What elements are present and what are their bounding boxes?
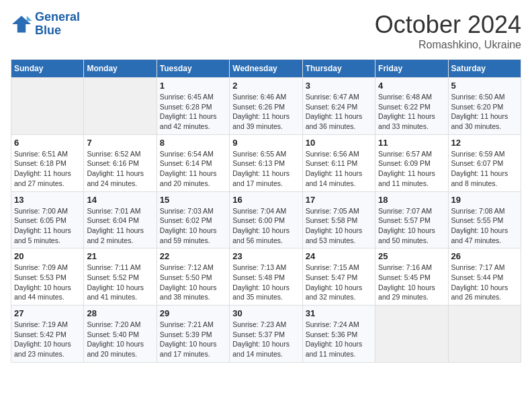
calendar-table: SundayMondayTuesdayWednesdayThursdayFrid… [11,59,521,363]
day-number: 12 [451,138,518,148]
calendar-cell: 21Sunrise: 7:11 AM Sunset: 5:52 PM Dayli… [84,248,157,306]
day-info: Sunrise: 7:11 AM Sunset: 5:52 PM Dayligh… [87,263,153,302]
day-number: 16 [232,195,299,205]
day-number: 30 [232,308,299,318]
day-number: 19 [451,195,518,205]
calendar-cell: 30Sunrise: 7:23 AM Sunset: 5:37 PM Dayli… [230,306,302,363]
day-number: 8 [160,138,226,148]
weekday-header: Tuesday [157,60,229,78]
calendar-cell: 10Sunrise: 6:56 AM Sunset: 6:11 PM Dayli… [302,134,375,191]
day-info: Sunrise: 6:52 AM Sunset: 6:16 PM Dayligh… [87,149,153,189]
day-info: Sunrise: 6:45 AM Sunset: 6:28 PM Dayligh… [160,92,226,132]
day-info: Sunrise: 7:12 AM Sunset: 5:50 PM Dayligh… [160,263,226,302]
day-info: Sunrise: 7:13 AM Sunset: 5:48 PM Dayligh… [232,263,299,302]
day-number: 4 [378,81,445,91]
day-number: 23 [232,251,299,261]
weekday-header: Saturday [448,60,521,78]
day-info: Sunrise: 6:50 AM Sunset: 6:20 PM Dayligh… [451,92,518,132]
calendar-header: SundayMondayTuesdayWednesdayThursdayFrid… [11,60,521,78]
calendar-cell: 4Sunrise: 6:48 AM Sunset: 6:22 PM Daylig… [375,78,448,135]
day-number: 18 [378,195,445,205]
calendar-cell [375,306,448,363]
calendar-cell: 29Sunrise: 7:21 AM Sunset: 5:39 PM Dayli… [157,306,229,363]
day-info: Sunrise: 7:01 AM Sunset: 6:04 PM Dayligh… [87,206,153,246]
calendar-cell: 25Sunrise: 7:16 AM Sunset: 5:45 PM Dayli… [375,248,448,306]
calendar-cell: 28Sunrise: 7:20 AM Sunset: 5:40 PM Dayli… [84,306,157,363]
weekday-header: Wednesday [230,60,302,78]
day-info: Sunrise: 7:21 AM Sunset: 5:39 PM Dayligh… [160,320,226,359]
calendar-cell: 31Sunrise: 7:24 AM Sunset: 5:36 PM Dayli… [302,306,375,363]
day-number: 10 [306,138,372,148]
calendar-cell: 15Sunrise: 7:03 AM Sunset: 6:02 PM Dayli… [157,191,229,248]
calendar-cell: 9Sunrise: 6:55 AM Sunset: 6:13 PM Daylig… [230,134,302,191]
calendar-cell: 11Sunrise: 6:57 AM Sunset: 6:09 PM Dayli… [375,134,448,191]
day-number: 15 [160,195,226,205]
day-number: 27 [14,308,81,318]
day-info: Sunrise: 7:23 AM Sunset: 5:37 PM Dayligh… [232,320,299,359]
calendar-cell: 24Sunrise: 7:15 AM Sunset: 5:47 PM Dayli… [302,248,375,306]
day-number: 29 [160,308,226,318]
calendar-cell: 13Sunrise: 7:00 AM Sunset: 6:05 PM Dayli… [11,191,84,248]
day-number: 2 [232,81,299,91]
weekday-header: Thursday [302,60,375,78]
day-info: Sunrise: 6:55 AM Sunset: 6:13 PM Dayligh… [232,149,299,189]
day-number: 11 [378,138,445,148]
day-info: Sunrise: 6:59 AM Sunset: 6:07 PM Dayligh… [451,149,518,189]
day-info: Sunrise: 7:19 AM Sunset: 5:42 PM Dayligh… [14,320,81,359]
day-number: 5 [451,81,518,91]
day-info: Sunrise: 7:16 AM Sunset: 5:45 PM Dayligh… [378,263,445,302]
day-number: 26 [451,251,518,261]
calendar-cell: 6Sunrise: 6:51 AM Sunset: 6:18 PM Daylig… [11,134,84,191]
day-number: 14 [87,195,153,205]
day-info: Sunrise: 7:17 AM Sunset: 5:44 PM Dayligh… [451,263,518,302]
day-info: Sunrise: 7:07 AM Sunset: 5:57 PM Dayligh… [378,206,445,246]
svg-marker-1 [27,15,32,21]
calendar-cell: 22Sunrise: 7:12 AM Sunset: 5:50 PM Dayli… [157,248,229,306]
day-info: Sunrise: 6:48 AM Sunset: 6:22 PM Dayligh… [378,92,445,132]
month-title: October 2024 [375,11,521,39]
calendar-cell: 16Sunrise: 7:04 AM Sunset: 6:00 PM Dayli… [230,191,302,248]
calendar-cell: 27Sunrise: 7:19 AM Sunset: 5:42 PM Dayli… [11,306,84,363]
calendar-cell [84,78,157,135]
calendar-cell: 23Sunrise: 7:13 AM Sunset: 5:48 PM Dayli… [230,248,302,306]
weekday-header: Monday [84,60,157,78]
calendar-cell: 5Sunrise: 6:50 AM Sunset: 6:20 PM Daylig… [448,78,521,135]
calendar-cell: 20Sunrise: 7:09 AM Sunset: 5:53 PM Dayli… [11,248,84,306]
day-info: Sunrise: 7:04 AM Sunset: 6:00 PM Dayligh… [232,206,299,246]
day-number: 13 [14,195,81,205]
day-number: 17 [306,195,372,205]
logo: General Blue [11,11,80,38]
calendar-cell: 1Sunrise: 6:45 AM Sunset: 6:28 PM Daylig… [157,78,229,135]
day-number: 21 [87,251,153,261]
calendar-cell [448,306,521,363]
day-info: Sunrise: 7:03 AM Sunset: 6:02 PM Dayligh… [160,206,226,246]
logo-icon [11,15,32,34]
calendar-cell: 14Sunrise: 7:01 AM Sunset: 6:04 PM Dayli… [84,191,157,248]
logo-line2: Blue [35,24,61,37]
day-info: Sunrise: 6:57 AM Sunset: 6:09 PM Dayligh… [378,149,445,189]
day-info: Sunrise: 7:15 AM Sunset: 5:47 PM Dayligh… [306,263,372,302]
day-number: 31 [306,308,372,318]
calendar-cell: 18Sunrise: 7:07 AM Sunset: 5:57 PM Dayli… [375,191,448,248]
calendar-cell: 19Sunrise: 7:08 AM Sunset: 5:55 PM Dayli… [448,191,521,248]
calendar-cell: 3Sunrise: 6:47 AM Sunset: 6:24 PM Daylig… [302,78,375,135]
day-info: Sunrise: 7:24 AM Sunset: 5:36 PM Dayligh… [306,320,372,359]
day-number: 28 [87,308,153,318]
weekday-header: Sunday [11,60,84,78]
day-info: Sunrise: 6:47 AM Sunset: 6:24 PM Dayligh… [306,92,372,132]
day-number: 24 [306,251,372,261]
day-info: Sunrise: 6:51 AM Sunset: 6:18 PM Dayligh… [14,149,81,189]
day-info: Sunrise: 7:08 AM Sunset: 5:55 PM Dayligh… [451,206,518,246]
day-number: 9 [232,138,299,148]
day-info: Sunrise: 7:20 AM Sunset: 5:40 PM Dayligh… [87,320,153,359]
day-info: Sunrise: 7:00 AM Sunset: 6:05 PM Dayligh… [14,206,81,246]
day-number: 6 [14,138,81,148]
day-number: 22 [160,251,226,261]
calendar-cell: 2Sunrise: 6:46 AM Sunset: 6:26 PM Daylig… [230,78,302,135]
day-info: Sunrise: 6:46 AM Sunset: 6:26 PM Dayligh… [232,92,299,132]
calendar-cell [11,78,84,135]
page-header: General Blue October 2024 Romashkino, Uk… [11,11,521,51]
day-number: 7 [87,138,153,148]
title-block: October 2024 Romashkino, Ukraine [375,11,521,51]
calendar-body: 1Sunrise: 6:45 AM Sunset: 6:28 PM Daylig… [11,78,521,363]
